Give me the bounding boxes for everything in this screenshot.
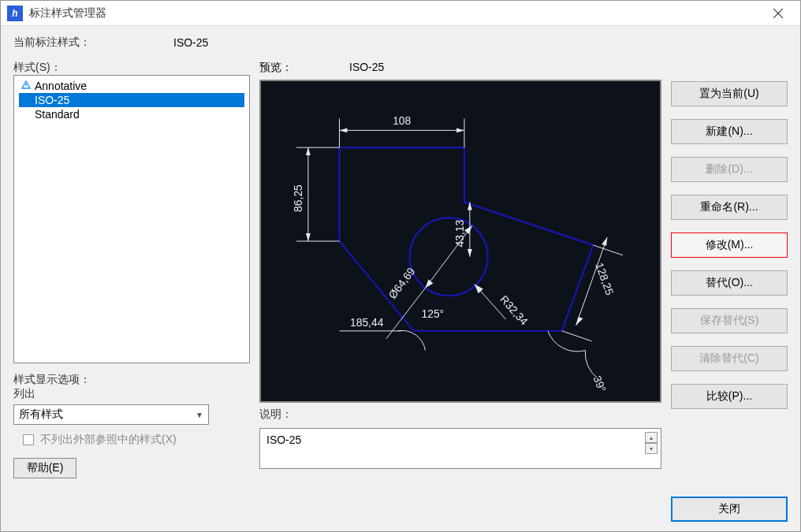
dim-right: 128,25 [593, 261, 617, 297]
svg-marker-8 [456, 128, 464, 132]
dim-angle-right: 39° [591, 374, 609, 393]
bottom-row: 关闭 [671, 497, 788, 522]
dim-left: 86,25 [292, 184, 304, 212]
exclude-xref-checkbox[interactable] [23, 434, 34, 445]
dim-top: 108 [393, 114, 411, 127]
display-options-label: 样式显示选项： [13, 373, 250, 387]
combo-value: 所有样式 [19, 407, 63, 422]
svg-marker-13 [306, 233, 311, 241]
main-area: 样式(S)： Annotative ISO-25 Standard [13, 61, 788, 522]
description-spinner: ▴ ▾ [645, 432, 658, 454]
svg-marker-16 [468, 249, 472, 257]
dialog-window: h 标注样式管理器 当前标注样式： ISO-25 样式(S)： Annotati… [0, 0, 801, 532]
display-options: 样式显示选项： 列出 所有样式 ▼ 不列出外部参照中的样式(X) [13, 373, 250, 447]
clear-override-button[interactable]: 清除替代(C) [671, 346, 788, 371]
styles-label: 样式(S)： [13, 61, 250, 75]
current-style-row: 当前标注样式： ISO-25 [13, 35, 788, 50]
spin-up-icon[interactable]: ▴ [645, 432, 658, 443]
left-column: 样式(S)： Annotative ISO-25 Standard [13, 61, 250, 522]
svg-marker-21 [576, 317, 583, 326]
modify-button[interactable]: 修改(M)... [671, 233, 788, 258]
override-button[interactable]: 替代(O)... [671, 270, 788, 296]
styles-listbox[interactable]: Annotative ISO-25 Standard [13, 75, 250, 363]
titlebar: h 标注样式管理器 [1, 1, 800, 26]
exclude-xref-row: 不列出外部参照中的样式(X) [13, 433, 250, 447]
right-column: 置为当前(U) 新建(N)... 删除(D)... 重命名(R)... 修改(M… [671, 61, 788, 522]
annotative-icon [20, 80, 32, 91]
preview-label-row: 预览： ISO-25 [259, 61, 661, 75]
close-button[interactable]: 关闭 [671, 497, 788, 522]
svg-line-18 [593, 245, 623, 255]
svg-marker-7 [340, 128, 348, 132]
set-current-button[interactable]: 置为当前(U) [671, 81, 788, 106]
preview-canvas: 108 86,25 43,13 [259, 80, 661, 403]
current-style-label: 当前标注样式： [13, 35, 91, 50]
close-icon[interactable] [762, 2, 794, 24]
compare-button[interactable]: 比较(P)... [671, 384, 788, 409]
new-button[interactable]: 新建(N)... [671, 119, 788, 144]
svg-marker-12 [306, 147, 311, 155]
dim-radius: R32,34 [497, 293, 531, 328]
svg-line-23 [425, 225, 471, 288]
chevron-down-icon: ▼ [196, 411, 203, 419]
style-item-label: Annotative [35, 80, 87, 92]
exclude-xref-label: 不列出外部参照中的样式(X) [40, 433, 177, 447]
dim-bottom: 185,44 [350, 316, 384, 329]
save-override-button[interactable]: 保存替代(S) [671, 308, 788, 333]
preview-label: 预览： [259, 61, 292, 75]
svg-line-19 [562, 331, 592, 341]
rename-button[interactable]: 重命名(R)... [671, 195, 788, 220]
preview-value: ISO-25 [349, 61, 384, 75]
middle-column: 预览： ISO-25 108 [259, 61, 661, 522]
dimension-preview-svg: 108 86,25 43,13 [261, 81, 660, 401]
description-label: 说明： [259, 407, 661, 422]
style-item-annotative[interactable]: Annotative [19, 79, 244, 93]
list-label: 列出 [13, 387, 250, 401]
svg-marker-20 [602, 237, 607, 246]
delete-button[interactable]: 删除(D)... [671, 157, 788, 182]
spin-down-icon[interactable]: ▾ [645, 443, 658, 454]
filter-combo[interactable]: 所有样式 ▼ [13, 404, 209, 425]
style-item-iso25[interactable]: ISO-25 [19, 93, 244, 107]
window-title: 标注样式管理器 [29, 6, 762, 20]
style-item-label: Standard [35, 108, 80, 121]
svg-marker-25 [425, 280, 433, 288]
description-value: ISO-25 [266, 433, 301, 446]
dialog-content: 当前标注样式： ISO-25 样式(S)： Annotative ISO-25 [1, 26, 800, 531]
current-style-value: ISO-25 [173, 36, 208, 49]
dim-angle-left: 125° [421, 307, 444, 320]
dim-diameter: Ø64,69 [386, 265, 417, 301]
help-button[interactable]: 帮助(E) [13, 458, 76, 478]
style-item-standard[interactable]: Standard [19, 107, 244, 121]
app-icon: h [7, 6, 23, 21]
style-item-label: ISO-25 [35, 94, 69, 106]
description-box: ISO-25 ▴ ▾ [259, 428, 661, 469]
